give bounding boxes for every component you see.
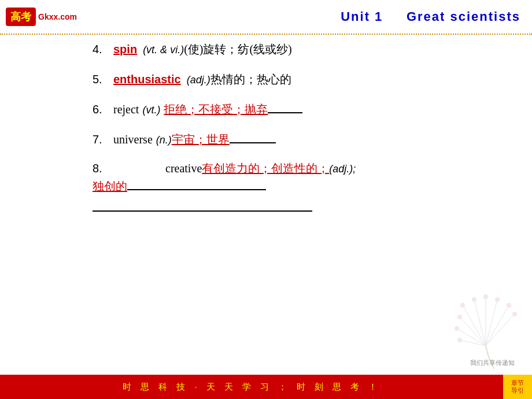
pos-6: (vt.) — [142, 102, 160, 118]
logo-icon: 高考 — [6, 8, 36, 26]
prefix-7: universe — [113, 131, 153, 148]
answer-6: 拒绝；不接受；抛弃 — [164, 101, 268, 118]
exercise-item-5: 5. enthusiastic (adj.) 热情的；热心的 — [93, 71, 509, 88]
pos-4: (vt. & vi.) — [143, 42, 184, 58]
exercise-item-6: 6. reject (vt.) 拒绝；不接受；抛弃 — [93, 101, 509, 118]
bottom-bar-text: 时 思 科 技 · 天 天 学 习 ； 时 刻 思 考 ！ — [123, 382, 381, 393]
prefix-8: creative — [165, 162, 202, 175]
page-title: Unit 1 Great scientists — [341, 9, 520, 24]
meaning-5: 热情的；热心的 — [210, 71, 291, 88]
item-8-line1: 8. creative 有创造力的；创造性的； (adj.); — [93, 161, 509, 176]
blank-6 — [268, 102, 302, 113]
title-text: Great scientists — [407, 9, 520, 24]
header-divider — [0, 34, 532, 35]
pos-8: (adj.); — [329, 163, 356, 175]
item-number-7: 7. — [93, 131, 113, 148]
item-number-5: 5. — [93, 71, 113, 88]
blank-7 — [230, 132, 276, 143]
exercise-item-4: 4. spin (vt. & vi.) (使)旋转；纺(线或纱) — [93, 40, 509, 58]
exercise-item-7: 7. universe (n.) 宇宙；世界 — [93, 131, 509, 148]
item-number-6: 6. — [93, 101, 113, 118]
item-number-4: 4. — [93, 40, 113, 58]
blank-8b — [93, 200, 312, 212]
bottom-bar-main: 时 思 科 技 · 天 天 学 习 ； 时 刻 思 考 ！ — [0, 375, 503, 399]
svg-point-14 — [512, 312, 517, 316]
exercise-item-8: 8. creative 有创造力的；创造性的； (adj.); 独创的 — [93, 161, 509, 212]
meaning-red-8: 有创造力的；创造性的； — [202, 161, 329, 176]
item-number-8: 8. — [93, 162, 113, 175]
prefix-6: reject — [113, 101, 139, 118]
logo-url: Gkxx.com — [38, 12, 77, 21]
unit-label: Unit 1 — [341, 9, 383, 24]
bottom-bar-nav[interactable]: 章节导引 — [503, 375, 532, 399]
logo-area: 高考 Gkxx.com — [6, 8, 77, 26]
pos-5: (adj.) — [187, 72, 210, 88]
suffix-red-8: 独创的 — [93, 179, 127, 194]
blank-8a — [127, 179, 266, 190]
pos-7: (n.) — [156, 132, 172, 148]
answer-7: 宇宙；世界 — [172, 131, 230, 148]
main-content: 4. spin (vt. & vi.) (使)旋转；纺(线或纱) 5. enth… — [93, 40, 509, 353]
meaning-4: (使)旋转；纺(线或纱) — [184, 40, 292, 58]
answer-4: spin — [113, 40, 137, 58]
header: 高考 Gkxx.com Unit 1 Great scientists — [0, 0, 532, 34]
answer-5: enthusiastic — [113, 71, 181, 88]
watermark: 我们共享传递知 — [470, 359, 515, 367]
bottom-bar-nav-text: 章节导引 — [511, 379, 524, 394]
bottom-bar: 时 思 科 技 · 天 天 学 习 ； 时 刻 思 考 ！ 章节导引 — [0, 375, 532, 399]
item-8-line2: 独创的 — [93, 179, 509, 194]
